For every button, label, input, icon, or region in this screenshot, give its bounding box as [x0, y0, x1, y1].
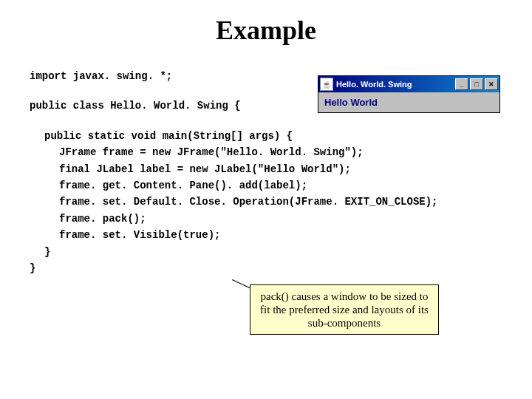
minimize-button[interactable]: _ [455, 78, 468, 90]
close-button[interactable]: ✕ [485, 78, 498, 90]
window-title: Hello. World. Swing [336, 80, 454, 89]
code-line: frame. pack(); [30, 211, 532, 227]
java-app-icon: ☕ [320, 78, 333, 91]
callout-note: pack() causes a window to be sized to fi… [250, 284, 439, 335]
maximize-button[interactable]: □ [470, 78, 483, 90]
code-line: final JLabel label = new JLabel("Hello W… [30, 161, 532, 177]
sample-window: ☕ Hello. World. Swing _ □ ✕ Hello World [318, 75, 500, 113]
code-line: frame. set. Default. Close. Operation(JF… [30, 194, 532, 210]
window-body-label: Hello World [318, 92, 499, 112]
code-line: JFrame frame = new JFrame("Hello. World.… [30, 144, 532, 160]
code-line: frame. get. Content. Pane(). add(label); [30, 177, 532, 194]
window-titlebar: ☕ Hello. World. Swing _ □ ✕ [318, 76, 499, 92]
code-line: frame. set. Visible(true); [30, 227, 532, 243]
code-line: public static void main(String[] args) { [30, 128, 532, 144]
code-line: } [30, 244, 532, 260]
slide-title: Example [0, 15, 532, 46]
code-line: } [30, 260, 532, 276]
